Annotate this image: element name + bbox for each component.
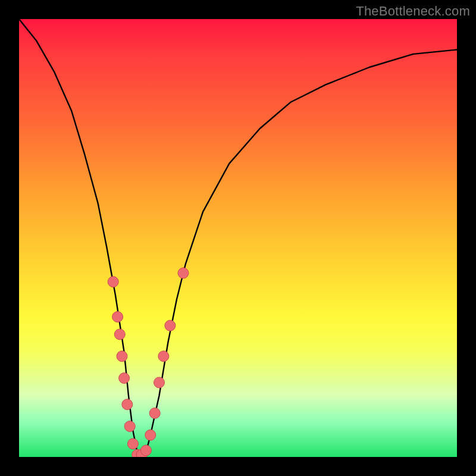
curve-marker (122, 399, 133, 410)
plot-area (19, 19, 457, 457)
curve-marker (108, 277, 118, 287)
curve-marker (124, 421, 135, 432)
watermark-text: TheBottleneck.com (356, 4, 470, 19)
curve-marker (119, 373, 130, 384)
curve-marker (165, 320, 176, 331)
bottleneck-curve-svg (19, 19, 457, 457)
curve-marker (145, 430, 156, 440)
curve-marker (112, 312, 123, 322)
curve-marker (117, 351, 127, 362)
curve-marker (127, 439, 138, 449)
curve-marker (114, 329, 125, 340)
curve-marker (158, 351, 169, 362)
curve-marker (178, 268, 189, 278)
bottleneck-curve-path (19, 19, 457, 457)
curve-marker (154, 377, 165, 388)
chart-frame: TheBottleneck.com (0, 0, 476, 476)
curve-marker (149, 408, 160, 418)
curve-markers (108, 268, 189, 457)
curve-marker (140, 445, 151, 456)
